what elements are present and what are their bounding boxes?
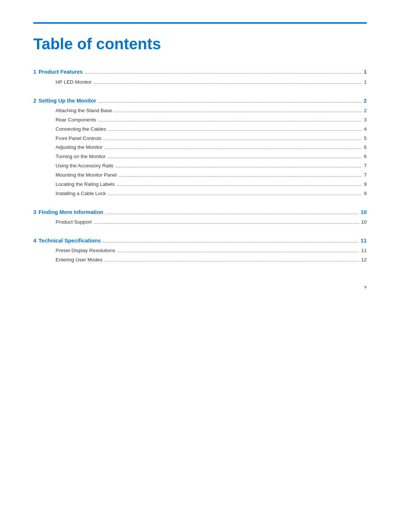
- top-border: [33, 22, 367, 24]
- chapter-dots-ch3: [106, 214, 359, 214]
- entry-page-ch2-e5: 6: [364, 144, 367, 151]
- toc-entry-ch2-e3[interactable]: Connecting the Cables4: [33, 126, 367, 133]
- chapter-number-ch1: 1: [33, 68, 36, 76]
- chapter-page-ch1: 1: [364, 68, 367, 76]
- entry-title-ch3-e1: Product Support: [56, 219, 92, 226]
- entry-title-ch2-e8: Mounting the Monitor Panel: [56, 172, 117, 179]
- entry-dots-ch2-e10: [108, 195, 362, 195]
- entry-dots-ch2-e2: [99, 121, 362, 121]
- entry-dots-ch2-e4: [104, 140, 362, 140]
- entry-page-ch2-e9: 9: [364, 181, 367, 188]
- chapter-page-ch3: 10: [361, 208, 367, 216]
- chapter-title-ch2: Setting Up the Monitor: [39, 97, 96, 104]
- entry-title-ch2-e7: Using the Accessory Rails: [56, 163, 113, 170]
- toc-entry-ch2-e10[interactable]: Installing a Cable Lock9: [33, 190, 367, 197]
- toc-section-ch2: 2Setting Up the Monitor2Attaching the St…: [33, 97, 367, 197]
- chapter-row-ch2[interactable]: 2Setting Up the Monitor2: [33, 97, 367, 104]
- entry-page-ch2-e1: 2: [364, 107, 367, 114]
- chapter-title-ch1: Product Features: [39, 68, 83, 76]
- chapter-dots-ch1: [85, 73, 361, 74]
- entry-dots-ch4-e2: [105, 261, 359, 261]
- chapter-page-ch2: 2: [364, 97, 367, 104]
- toc-section-ch3: 3Finding More Information10Product Suppo…: [33, 208, 367, 226]
- entry-title-ch4-e1: Preset Display Resolutions: [56, 247, 115, 254]
- page-footer: v: [364, 284, 367, 290]
- chapter-title-ch3: Finding More Information: [39, 208, 103, 216]
- chapter-dots-ch4: [103, 242, 359, 242]
- entry-title-ch2-e5: Adjusting the Monitor: [56, 144, 103, 151]
- entry-dots-ch2-e5: [105, 148, 362, 149]
- toc-entry-ch1-e1[interactable]: HP LED Monitor1: [33, 79, 367, 86]
- chapter-row-ch1[interactable]: 1Product Features1: [33, 68, 367, 76]
- entry-page-ch2-e10: 9: [364, 190, 367, 197]
- entry-page-ch2-e4: 5: [364, 135, 367, 142]
- entry-dots-ch2-e9: [117, 185, 362, 186]
- toc-entry-ch4-e2[interactable]: Entering User Modes12: [33, 257, 367, 264]
- entry-title-ch2-e10: Installing a Cable Lock: [56, 190, 106, 197]
- page-container: Table of contents 1Product Features1HP L…: [0, 0, 400, 304]
- entry-dots-ch2-e6: [108, 158, 361, 158]
- page-title: Table of contents: [33, 35, 367, 53]
- chapter-number-ch3: 3: [33, 208, 36, 216]
- entry-title-ch4-e2: Entering User Modes: [56, 257, 103, 264]
- toc-section-ch1: 1Product Features1HP LED Monitor1: [33, 68, 367, 86]
- entry-title-ch2-e2: Rear Components: [56, 117, 96, 124]
- entry-title-ch2-e6: Turning on the Monitor: [56, 153, 106, 160]
- entry-dots-ch2-e7: [116, 167, 361, 167]
- entry-dots-ch4-e1: [117, 252, 359, 252]
- entry-page-ch2-e2: 3: [364, 117, 367, 124]
- entry-dots-ch1-e1: [94, 83, 361, 84]
- toc-entry-ch2-e5[interactable]: Adjusting the Monitor6: [33, 144, 367, 151]
- toc-entry-ch2-e1[interactable]: Attaching the Stand Base2: [33, 107, 367, 114]
- entry-dots-ch3-e1: [94, 223, 359, 224]
- toc-entry-ch2-e9[interactable]: Locating the Rating Labels9: [33, 181, 367, 188]
- chapter-row-ch3[interactable]: 3Finding More Information10: [33, 208, 367, 216]
- entry-title-ch2-e3: Connecting the Cables: [56, 126, 106, 133]
- chapter-title-ch4: Technical Specifications: [39, 237, 101, 244]
- toc-content: 1Product Features1HP LED Monitor12Settin…: [33, 68, 367, 264]
- entry-page-ch1-e1: 1: [364, 79, 367, 86]
- chapter-number-ch2: 2: [33, 97, 36, 104]
- entry-page-ch4-e2: 12: [361, 257, 367, 264]
- entry-page-ch2-e8: 7: [364, 172, 367, 179]
- entry-page-ch2-e6: 6: [364, 153, 367, 160]
- toc-entry-ch2-e6[interactable]: Turning on the Monitor6: [33, 153, 367, 160]
- chapter-dots-ch2: [99, 102, 361, 103]
- entry-dots-ch2-e3: [109, 130, 362, 131]
- toc-entry-ch2-e7[interactable]: Using the Accessory Rails7: [33, 163, 367, 170]
- entry-title-ch2-e4: Front Panel Controls: [56, 135, 101, 142]
- toc-entry-ch4-e1[interactable]: Preset Display Resolutions11: [33, 247, 367, 254]
- entry-dots-ch2-e8: [119, 176, 361, 177]
- entry-page-ch2-e3: 4: [364, 126, 367, 133]
- toc-entry-ch2-e4[interactable]: Front Panel Controls5: [33, 135, 367, 142]
- toc-section-ch4: 4Technical Specifications11Preset Displa…: [33, 237, 367, 264]
- entry-title-ch1-e1: HP LED Monitor: [56, 79, 91, 86]
- entry-title-ch2-e9: Locating the Rating Labels: [56, 181, 115, 188]
- entry-title-ch2-e1: Attaching the Stand Base: [56, 107, 112, 114]
- entry-dots-ch2-e1: [114, 112, 361, 112]
- entry-page-ch3-e1: 10: [361, 219, 367, 226]
- toc-entry-ch2-e8[interactable]: Mounting the Monitor Panel7: [33, 172, 367, 179]
- entry-page-ch4-e1: 11: [361, 247, 367, 254]
- toc-entry-ch3-e1[interactable]: Product Support10: [33, 219, 367, 226]
- toc-entry-ch2-e2[interactable]: Rear Components3: [33, 117, 367, 124]
- chapter-row-ch4[interactable]: 4Technical Specifications11: [33, 237, 367, 244]
- chapter-number-ch4: 4: [33, 237, 36, 244]
- chapter-page-ch4: 11: [361, 237, 367, 244]
- entry-page-ch2-e7: 7: [364, 163, 367, 170]
